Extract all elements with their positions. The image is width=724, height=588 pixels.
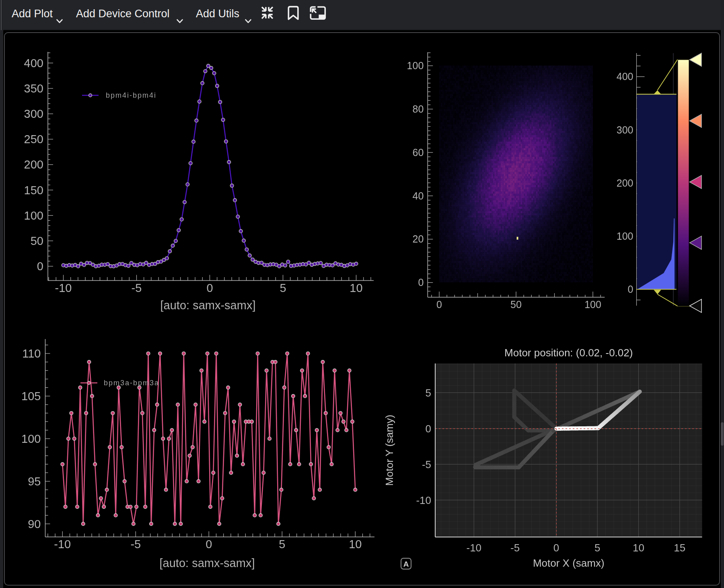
svg-text:300: 300 xyxy=(617,124,634,136)
svg-text:0: 0 xyxy=(553,542,559,554)
svg-text:80: 80 xyxy=(412,103,424,115)
svg-text:[auto: samx-samx]: [auto: samx-samx] xyxy=(160,299,256,312)
svg-text:100: 100 xyxy=(584,299,601,310)
svg-text:0: 0 xyxy=(426,423,431,435)
svg-text:10: 10 xyxy=(349,538,362,551)
svg-text:0: 0 xyxy=(628,284,634,295)
svg-text:-5: -5 xyxy=(130,538,141,551)
svg-text:0: 0 xyxy=(206,538,212,551)
svg-text:0: 0 xyxy=(37,260,43,273)
svg-text:A: A xyxy=(403,560,409,568)
svg-text:-10: -10 xyxy=(416,494,431,506)
svg-text:0: 0 xyxy=(436,299,442,310)
svg-text:90: 90 xyxy=(28,518,41,530)
svg-text:Motor X (samx): Motor X (samx) xyxy=(533,557,605,569)
svg-text:200: 200 xyxy=(24,158,43,171)
svg-text:95: 95 xyxy=(28,475,41,488)
svg-text:60: 60 xyxy=(412,147,424,158)
svg-text:50: 50 xyxy=(31,234,43,247)
svg-text:20: 20 xyxy=(412,233,424,245)
svg-text:350: 350 xyxy=(24,82,43,95)
svg-text:bpm3a-bpm3a: bpm3a-bpm3a xyxy=(104,379,159,387)
svg-text:10: 10 xyxy=(350,282,362,294)
svg-text:300: 300 xyxy=(24,107,43,120)
svg-text:Motor position: (0.02, -0.02): Motor position: (0.02, -0.02) xyxy=(504,347,633,359)
svg-text:100: 100 xyxy=(24,209,43,222)
svg-text:-5: -5 xyxy=(510,542,520,554)
svg-text:-5: -5 xyxy=(132,282,142,294)
svg-text:5: 5 xyxy=(280,282,286,294)
svg-text:150: 150 xyxy=(24,184,43,197)
svg-text:10: 10 xyxy=(633,542,644,554)
svg-text:5: 5 xyxy=(426,387,431,399)
svg-text:-10: -10 xyxy=(467,542,482,554)
svg-text:105: 105 xyxy=(21,390,41,403)
svg-text:[auto: samx-samx]: [auto: samx-samx] xyxy=(160,557,255,569)
svg-text:250: 250 xyxy=(24,133,43,146)
svg-text:100: 100 xyxy=(617,230,634,242)
svg-text:0: 0 xyxy=(206,282,213,294)
svg-text:-5: -5 xyxy=(422,458,431,471)
svg-text:400: 400 xyxy=(24,57,43,70)
svg-text:110: 110 xyxy=(22,347,41,360)
svg-text:100: 100 xyxy=(407,60,424,71)
svg-text:200: 200 xyxy=(617,177,634,189)
svg-text:5: 5 xyxy=(594,542,600,554)
svg-text:15: 15 xyxy=(674,542,685,554)
svg-text:Motor Y (samy): Motor Y (samy) xyxy=(383,415,395,486)
svg-text:100: 100 xyxy=(21,432,41,445)
svg-text:50: 50 xyxy=(510,299,522,310)
svg-text:0: 0 xyxy=(418,277,424,288)
svg-text:400: 400 xyxy=(617,71,634,82)
svg-text:-10: -10 xyxy=(54,538,71,551)
svg-text:5: 5 xyxy=(279,538,285,551)
svg-text:40: 40 xyxy=(412,190,424,201)
svg-text:bpm4i-bpm4i: bpm4i-bpm4i xyxy=(106,91,156,99)
svg-text:-10: -10 xyxy=(55,282,72,294)
